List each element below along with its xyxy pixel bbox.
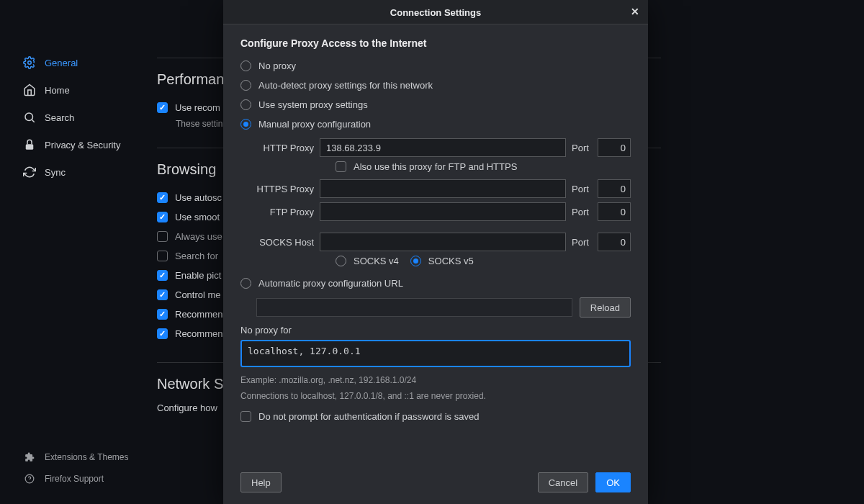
no-proxy-example: Example: .mozilla.org, .net.nz, 192.168.…: [240, 375, 631, 385]
pac-url-input[interactable]: [256, 298, 572, 317]
no-proxy-note: Connections to localhost, 127.0.0.1/8, a…: [240, 391, 631, 401]
radio-pac-url[interactable]: Automatic proxy configuration URL: [240, 274, 631, 293]
reload-button[interactable]: Reload: [580, 297, 631, 318]
dialog-footer: Help Cancel OK: [223, 465, 648, 504]
socks-port-label: Port: [572, 237, 592, 248]
radio-label: Auto-detect proxy settings for this netw…: [258, 80, 433, 91]
dialog-heading: Configure Proxy Access to the Internet: [240, 37, 631, 49]
checkbox-icon: [336, 161, 346, 172]
manual-proxy-form: HTTP Proxy Port Also use this proxy for …: [256, 138, 631, 266]
ftp-proxy-input[interactable]: [320, 202, 566, 221]
dialog-titlebar: Connection Settings ✕: [223, 0, 648, 24]
no-proxy-for-label: No proxy for: [240, 325, 631, 336]
ftp-proxy-label: FTP Proxy: [256, 207, 314, 217]
ftp-port-input[interactable]: [598, 202, 631, 221]
dialog-body: Configure Proxy Access to the Internet N…: [223, 24, 648, 465]
https-proxy-input[interactable]: [320, 179, 566, 198]
socks-port-input[interactable]: [598, 233, 631, 251]
no-proxy-for-textarea[interactable]: [240, 340, 631, 367]
dont-prompt-row[interactable]: Do not prompt for authentication if pass…: [240, 407, 631, 426]
checkbox-label: Do not prompt for authentication if pass…: [258, 411, 479, 422]
radio-label: No proxy: [258, 60, 296, 71]
radio-icon: [240, 99, 251, 110]
radio-auto-detect[interactable]: Auto-detect proxy settings for this netw…: [240, 76, 631, 95]
dialog-title: Connection Settings: [390, 7, 481, 18]
radio-label: SOCKS v5: [428, 256, 474, 266]
radio-label: Automatic proxy configuration URL: [258, 278, 403, 289]
radio-icon: [240, 80, 251, 91]
http-port-input[interactable]: [598, 138, 631, 157]
https-proxy-label: HTTPS Proxy: [256, 184, 314, 194]
http-port-label: Port: [572, 143, 592, 153]
https-port-label: Port: [572, 184, 592, 194]
radio-label: Use system proxy settings: [258, 99, 368, 110]
socks-host-input[interactable]: [320, 233, 566, 251]
help-button[interactable]: Help: [240, 472, 282, 492]
radio-icon: [240, 60, 251, 71]
radio-no-proxy[interactable]: No proxy: [240, 56, 631, 76]
radio-icon: [240, 119, 251, 130]
checkbox-label: Also use this proxy for FTP and HTTPS: [354, 161, 517, 172]
socks-host-label: SOCKS Host: [256, 237, 314, 248]
radio-icon: [240, 278, 251, 289]
https-port-input[interactable]: [598, 179, 631, 198]
radio-label: SOCKS v4: [354, 256, 399, 266]
ftp-port-label: Port: [572, 207, 592, 217]
close-icon[interactable]: ✕: [631, 6, 639, 17]
radio-socks-v4[interactable]: SOCKS v4: [336, 256, 399, 266]
cancel-button[interactable]: Cancel: [538, 472, 588, 492]
radio-label: Manual proxy configuration: [258, 119, 371, 130]
radio-system-proxy[interactable]: Use system proxy settings: [240, 95, 631, 114]
http-proxy-input[interactable]: [320, 138, 566, 157]
connection-settings-dialog: Connection Settings ✕ Configure Proxy Ac…: [223, 0, 648, 504]
radio-manual-proxy[interactable]: Manual proxy configuration: [240, 114, 631, 134]
radio-icon: [410, 256, 421, 266]
radio-socks-v5[interactable]: SOCKS v5: [410, 256, 474, 266]
also-use-checkbox-row[interactable]: Also use this proxy for FTP and HTTPS: [336, 161, 631, 172]
http-proxy-label: HTTP Proxy: [256, 143, 314, 153]
checkbox-icon: [240, 411, 251, 422]
ok-button[interactable]: OK: [595, 472, 631, 492]
radio-icon: [336, 256, 346, 266]
